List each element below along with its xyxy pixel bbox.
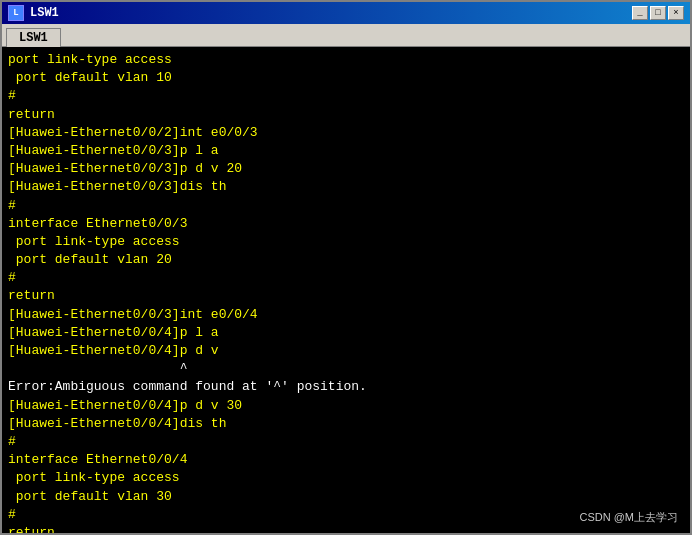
terminal-line: [Huawei-Ethernet0/0/4]p l a — [8, 325, 219, 340]
minimize-button[interactable]: _ — [632, 6, 648, 20]
terminal-line: # — [8, 270, 16, 285]
terminal-line: [Huawei-Ethernet0/0/4]p d v — [8, 343, 219, 358]
terminal-line: [Huawei-Ethernet0/0/3]p d v 20 — [8, 161, 242, 176]
terminal-line: port default vlan 10 — [8, 70, 172, 85]
terminal-line: return — [8, 525, 55, 533]
terminal-line: [Huawei-Ethernet0/0/4]dis th — [8, 416, 226, 431]
terminal-line: # — [8, 507, 16, 522]
watermark: CSDN @M上去学习 — [579, 510, 678, 525]
terminal-line: port link-type access — [8, 470, 180, 485]
terminal-line: [Huawei-Ethernet0/0/3]dis th — [8, 179, 226, 194]
terminal-line: # — [8, 434, 16, 449]
maximize-button[interactable]: □ — [650, 6, 666, 20]
terminal-line: # — [8, 88, 16, 103]
tab-lsw1[interactable]: LSW1 — [6, 28, 61, 47]
title-bar: L LSW1 _ □ × — [2, 2, 690, 24]
title-buttons: _ □ × — [632, 6, 684, 20]
terminal-line: return — [8, 107, 55, 122]
terminal-line: Error:Ambiguous command found at '^' pos… — [8, 379, 367, 394]
terminal-line: [Huawei-Ethernet0/0/3]p l a — [8, 143, 219, 158]
terminal-line: # — [8, 198, 16, 213]
close-button[interactable]: × — [668, 6, 684, 20]
terminal-line: port default vlan 30 — [8, 489, 172, 504]
terminal-line: [Huawei-Ethernet0/0/3]int e0/0/4 — [8, 307, 258, 322]
terminal-container[interactable]: port link-type access port default vlan … — [2, 47, 690, 533]
terminal-line: interface Ethernet0/0/4 — [8, 452, 187, 467]
title-bar-left: L LSW1 — [8, 5, 59, 21]
main-window: L LSW1 _ □ × LSW1 port link-type access … — [0, 0, 692, 535]
terminal-line: interface Ethernet0/0/3 — [8, 216, 187, 231]
tab-bar: LSW1 — [2, 24, 690, 47]
window-title: LSW1 — [30, 6, 59, 20]
terminal-line: port default vlan 20 — [8, 252, 172, 267]
terminal-line: port link-type access — [8, 52, 172, 67]
terminal-line: port link-type access — [8, 234, 180, 249]
terminal-line: [Huawei-Ethernet0/0/4]p d v 30 — [8, 398, 242, 413]
terminal-output: port link-type access port default vlan … — [8, 51, 684, 533]
app-icon: L — [8, 5, 24, 21]
terminal-line: ^ — [8, 361, 187, 376]
terminal-line: [Huawei-Ethernet0/0/2]int e0/0/3 — [8, 125, 258, 140]
terminal-line: return — [8, 288, 55, 303]
